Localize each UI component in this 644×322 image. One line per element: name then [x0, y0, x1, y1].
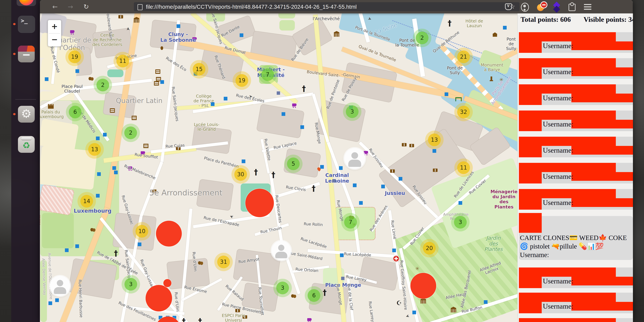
cctv-point-marker[interactable]	[399, 177, 402, 180]
cluster-marker[interactable]: 6	[69, 106, 82, 118]
back-button[interactable]: ←	[51, 2, 59, 11]
report-point-marker[interactable]	[156, 221, 182, 246]
cluster-marker[interactable]: 11	[457, 161, 470, 174]
cluster-marker[interactable]: 2	[416, 32, 428, 44]
cluster-marker[interactable]: 6	[308, 289, 320, 302]
dock-item-settings[interactable]	[16, 106, 36, 122]
cctv-point-marker[interactable]	[103, 133, 107, 136]
cctv-point-marker[interactable]	[97, 172, 101, 176]
cluster-marker[interactable]: 19	[236, 74, 248, 87]
avatar-marker[interactable]	[50, 276, 70, 296]
dock-item-firefox[interactable]	[16, 0, 36, 8]
report-point-marker[interactable]	[245, 189, 274, 217]
cctv-point-marker[interactable]	[300, 125, 304, 129]
cluster-marker[interactable]: 2	[124, 126, 137, 139]
cctv-point-marker[interactable]	[242, 160, 245, 163]
cctv-point-marker[interactable]	[282, 112, 285, 116]
cctv-point-marker[interactable]	[503, 26, 507, 30]
avatar-marker[interactable]	[344, 148, 365, 169]
zoom-in-button[interactable]: +	[48, 20, 61, 33]
account-icon[interactable]	[520, 2, 529, 11]
cctv-point-marker[interactable]	[96, 194, 100, 198]
cluster-marker[interactable]: 31	[217, 256, 230, 268]
report-point-marker[interactable]	[410, 273, 436, 299]
dock-item-files[interactable]	[16, 46, 36, 62]
report-point-marker[interactable]	[146, 285, 172, 312]
cluster-marker[interactable]: 3	[346, 105, 358, 118]
cctv-point-marker[interactable]	[320, 165, 324, 169]
report-row[interactable]: Username:	[519, 137, 633, 157]
cctv-point-marker[interactable]	[224, 97, 228, 100]
cctv-point-marker-alt[interactable]	[341, 277, 344, 280]
report-row[interactable]: Username:	[519, 163, 633, 184]
cctv-point-marker[interactable]	[458, 201, 462, 205]
cctv-point-marker[interactable]	[340, 254, 344, 257]
cluster-marker[interactable]: 13	[88, 143, 101, 156]
zoom-out-button[interactable]: −	[48, 33, 61, 46]
cluster-marker[interactable]: 20	[423, 242, 436, 254]
cluster-marker[interactable]: 21	[457, 50, 470, 63]
cctv-point-marker-alt[interactable]	[277, 92, 280, 95]
cctv-point-marker[interactable]	[65, 248, 68, 252]
pocket-icon[interactable]	[504, 2, 513, 11]
report-row[interactable]: Username:	[519, 110, 633, 131]
cctv-point-marker[interactable]	[211, 102, 214, 106]
cluster-marker[interactable]: 7	[261, 68, 274, 81]
terminal-icon[interactable]	[18, 16, 35, 33]
dock-item-trash[interactable]	[16, 136, 36, 153]
report-row[interactable]: Username:	[519, 318, 633, 322]
menu-icon[interactable]	[583, 2, 592, 11]
cctv-point-marker-alt[interactable]	[332, 179, 336, 182]
cctv-point-marker[interactable]	[359, 201, 363, 205]
cluster-marker[interactable]: 10	[136, 225, 148, 238]
adblock-ext-icon[interactable]	[537, 2, 546, 11]
dock-item-text-editor[interactable]	[16, 75, 36, 92]
cctv-point-marker[interactable]	[96, 136, 100, 140]
cctv-point-marker[interactable]	[339, 166, 343, 170]
cctv-point-marker[interactable]	[432, 149, 436, 153]
url-bar[interactable]: file:///home/parallels/CCTV/reports-html…	[134, 2, 520, 11]
cctv-point-marker[interactable]	[55, 298, 59, 302]
cctv-point-marker[interactable]	[353, 184, 356, 187]
reload-button[interactable]: ↻	[82, 2, 90, 11]
report-row[interactable]: Username:	[519, 293, 633, 313]
report-row[interactable]: Username:	[519, 189, 633, 210]
url-text[interactable]: file:///home/parallels/CCTV/reports-html…	[146, 4, 357, 10]
report-sidebar[interactable]: Total points: 606 Visible points: 348 Us…	[518, 14, 633, 322]
trash-icon[interactable]	[18, 136, 35, 153]
report-row[interactable]: Username:	[519, 84, 633, 105]
cluster-marker[interactable]: 3	[124, 278, 137, 291]
cctv-point-marker[interactable]	[176, 24, 180, 28]
cctv-point-marker[interactable]	[484, 300, 488, 304]
report-row[interactable]: Username:	[519, 268, 633, 288]
report-row-message[interactable]: CARTE CLONES💳 WEED🍁 COKE🌀 pistolet 🔫pill…	[519, 213, 633, 260]
cctv-point-marker[interactable]	[160, 80, 164, 84]
report-point-marker[interactable]	[163, 279, 172, 287]
cctv-point-marker[interactable]	[381, 185, 385, 188]
cctv-point-marker[interactable]	[392, 248, 396, 252]
cctv-point-marker[interactable]	[444, 92, 448, 96]
cluster-marker[interactable]: 2	[96, 79, 109, 92]
cctv-point-marker[interactable]	[138, 242, 142, 246]
leaflet-map[interactable]: †††††††††☪✳✳✳➤➤➤➤➤ Quartier de l'OdéonQu…	[40, 14, 518, 322]
cluster-marker[interactable]: 7	[344, 216, 357, 228]
cctv-point-marker[interactable]	[75, 244, 79, 248]
cctv-point-marker[interactable]	[114, 170, 118, 174]
files-icon[interactable]	[18, 46, 35, 62]
settings-icon[interactable]	[18, 106, 35, 122]
cluster-marker[interactable]: 3	[454, 216, 467, 228]
cctv-point-marker[interactable]	[48, 301, 52, 305]
cluster-marker[interactable]: 11	[116, 55, 129, 68]
cluster-marker[interactable]: 5	[287, 158, 300, 170]
avatar-marker[interactable]	[272, 241, 291, 260]
forward-button[interactable]: →	[66, 2, 75, 11]
dock-item-terminal[interactable]	[16, 16, 36, 32]
report-row[interactable]: Username:	[519, 32, 633, 53]
cctv-point-marker[interactable]	[45, 77, 48, 81]
cluster-marker[interactable]: 13	[428, 134, 441, 146]
cluster-marker[interactable]: 30	[234, 168, 247, 181]
cctv-point-marker[interactable]	[76, 69, 79, 73]
cluster-marker[interactable]: 15	[193, 63, 206, 76]
report-row[interactable]: Username:	[519, 58, 633, 79]
cctv-point-marker[interactable]	[412, 310, 416, 314]
